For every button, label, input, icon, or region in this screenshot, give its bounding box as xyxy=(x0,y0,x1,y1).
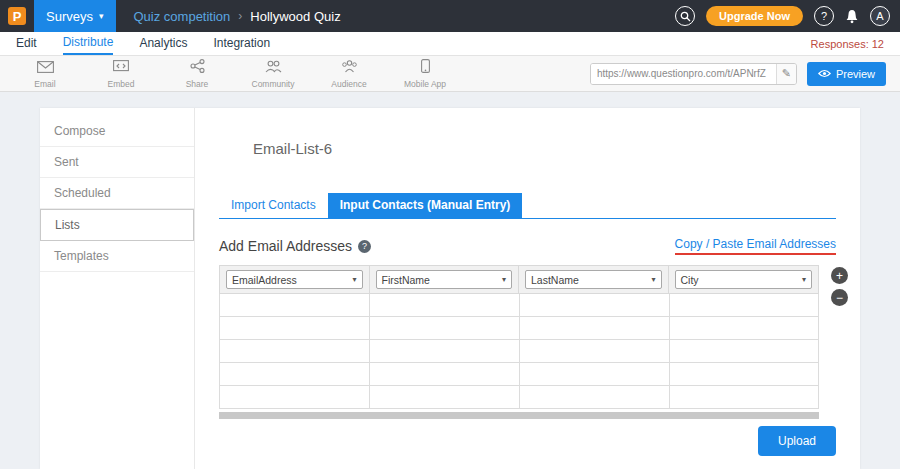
email-icon xyxy=(37,59,54,77)
surveys-product-dropdown[interactable]: Surveys ▾ xyxy=(34,0,116,32)
sidebar-item-templates[interactable]: Templates xyxy=(40,241,194,272)
breadcrumb: Quiz competition › Hollywood Quiz xyxy=(134,9,341,24)
survey-nav: Edit Distribute Analytics Integration Re… xyxy=(0,32,900,56)
sidebar-item-scheduled[interactable]: Scheduled xyxy=(40,178,194,209)
audience-icon xyxy=(341,59,358,77)
contact-cell[interactable] xyxy=(369,317,519,340)
contact-cell[interactable] xyxy=(369,294,519,317)
remove-row-button[interactable]: − xyxy=(831,289,848,306)
survey-url-box: ✎ xyxy=(590,63,797,85)
contacts-table-header: EmailAddress ▾ FirstName ▾ LastName ▾ xyxy=(219,265,819,294)
add-row-button[interactable]: + xyxy=(831,267,848,284)
table-row xyxy=(219,294,819,317)
share-icon xyxy=(190,59,205,77)
chevron-down-icon: ▾ xyxy=(352,275,356,284)
chevron-down-icon: ▾ xyxy=(99,11,104,21)
toolbar-item-community[interactable]: Community xyxy=(250,59,296,89)
responses-count[interactable]: Responses: 12 xyxy=(811,38,884,50)
column-select-last-name[interactable]: LastName ▾ xyxy=(525,270,662,289)
community-icon xyxy=(265,59,282,77)
eye-icon xyxy=(818,68,831,80)
chevron-down-icon: ▾ xyxy=(651,275,655,284)
toolbar-item-embed[interactable]: Embed xyxy=(98,59,144,89)
preview-button[interactable]: Preview xyxy=(807,62,886,86)
contact-cell[interactable] xyxy=(519,340,669,363)
tab-analytics[interactable]: Analytics xyxy=(139,33,187,54)
contact-cell[interactable] xyxy=(219,386,369,409)
contact-cell[interactable] xyxy=(669,363,819,386)
user-avatar[interactable]: A xyxy=(870,6,890,26)
contact-cell[interactable] xyxy=(519,386,669,409)
sidebar-item-sent[interactable]: Sent xyxy=(40,147,194,178)
sidebar-item-lists[interactable]: Lists xyxy=(40,209,194,241)
mobile-app-icon xyxy=(421,59,430,77)
contact-cell[interactable] xyxy=(369,386,519,409)
tab-integration[interactable]: Integration xyxy=(213,33,270,54)
contact-cell[interactable] xyxy=(219,317,369,340)
help-tooltip-icon[interactable]: ? xyxy=(358,240,371,253)
upload-button[interactable]: Upload xyxy=(758,426,836,456)
breadcrumb-page-name: Hollywood Quiz xyxy=(250,9,340,24)
toolbar-item-mobile-app[interactable]: Mobile App xyxy=(402,59,448,89)
distribute-toolbar: Email Embed Share Community Audience Mob… xyxy=(0,56,900,92)
table-row xyxy=(219,386,819,409)
embed-icon xyxy=(113,59,129,77)
column-select-email-address[interactable]: EmailAddress ▾ xyxy=(226,270,363,289)
sidebar-item-compose[interactable]: Compose xyxy=(40,116,194,147)
chevron-down-icon: ▾ xyxy=(802,275,806,284)
breadcrumb-survey-name[interactable]: Quiz competition xyxy=(134,9,231,24)
contact-cell[interactable] xyxy=(219,294,369,317)
toolbar-item-audience[interactable]: Audience xyxy=(326,59,372,89)
help-icon[interactable]: ? xyxy=(814,6,834,26)
contact-cell[interactable] xyxy=(669,340,819,363)
contact-cell[interactable] xyxy=(669,317,819,340)
email-sidebar: Compose Sent Scheduled Lists Templates xyxy=(40,108,195,469)
contacts-table: EmailAddress ▾ FirstName ▾ LastName ▾ xyxy=(219,265,819,419)
upgrade-now-button[interactable]: Upgrade Now xyxy=(706,6,803,26)
contact-cell[interactable] xyxy=(519,363,669,386)
notifications-bell-icon[interactable] xyxy=(845,9,859,24)
email-distribution-panel: Compose Sent Scheduled Lists Templates E… xyxy=(40,108,860,469)
column-select-city[interactable]: City ▾ xyxy=(675,270,813,289)
contact-cell[interactable] xyxy=(519,294,669,317)
column-select-first-name[interactable]: FirstName ▾ xyxy=(376,270,513,289)
toolbar-item-share[interactable]: Share xyxy=(174,59,220,89)
toolbar-item-email[interactable]: Email xyxy=(22,59,68,89)
contact-cell[interactable] xyxy=(219,363,369,386)
search-icon[interactable] xyxy=(675,6,695,26)
survey-url-input[interactable] xyxy=(591,64,776,84)
questionpro-logo: P xyxy=(8,7,26,25)
email-list-title: Email-List-6 xyxy=(253,140,836,157)
contact-cell[interactable] xyxy=(669,294,819,317)
edit-url-pencil-icon[interactable]: ✎ xyxy=(776,64,796,84)
table-row xyxy=(219,363,819,386)
contact-cell[interactable] xyxy=(669,386,819,409)
contact-cell[interactable] xyxy=(519,317,669,340)
table-horizontal-scrollbar[interactable] xyxy=(219,412,819,419)
tab-input-contacts-manual[interactable]: Input Contacts (Manual Entry) xyxy=(328,193,523,218)
contact-cell[interactable] xyxy=(219,340,369,363)
breadcrumb-separator-icon: › xyxy=(238,9,242,23)
chevron-down-icon: ▾ xyxy=(502,275,506,284)
table-row xyxy=(219,317,819,340)
table-row xyxy=(219,340,819,363)
tab-distribute[interactable]: Distribute xyxy=(63,32,114,55)
contact-cell[interactable] xyxy=(369,340,519,363)
contacts-tabs: Import Contacts Input Contacts (Manual E… xyxy=(219,193,836,219)
copy-paste-email-addresses-link[interactable]: Copy / Paste Email Addresses xyxy=(675,237,836,255)
surveys-label: Surveys xyxy=(46,9,93,24)
contact-cell[interactable] xyxy=(369,363,519,386)
lists-content: Email-List-6 Import Contacts Input Conta… xyxy=(195,108,860,469)
tab-edit[interactable]: Edit xyxy=(16,33,37,54)
top-bar: P Surveys ▾ Quiz competition › Hollywood… xyxy=(0,0,900,32)
tab-import-contacts[interactable]: Import Contacts xyxy=(219,193,328,218)
add-email-addresses-heading: Add Email Addresses xyxy=(219,238,352,254)
